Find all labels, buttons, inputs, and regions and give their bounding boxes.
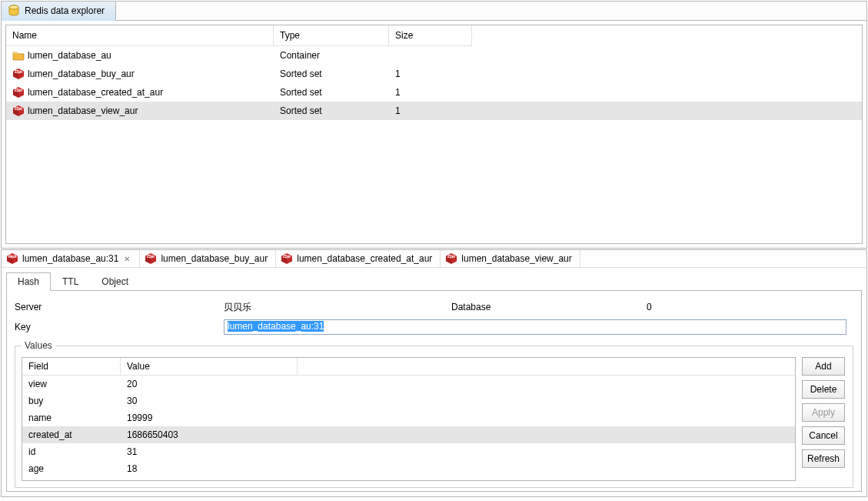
tree-row[interactable]: ZSetlumen_database_buy_aurSorted set1 [6, 65, 862, 83]
values-field: view [22, 377, 121, 391]
values-field: age [22, 462, 121, 476]
svg-text:ZSet: ZSet [15, 70, 22, 74]
col-type[interactable]: Type [274, 25, 389, 46]
tree-row-type: Container [274, 48, 389, 62]
key-tree-header: Name Type Size [6, 25, 862, 46]
values-group: Values Field Value view20buy30name19999c… [15, 340, 853, 488]
values-value: 20 [121, 377, 298, 391]
svg-point-1 [9, 5, 18, 9]
tree-row-size: 1 [389, 104, 472, 118]
zset-icon: ZSet [12, 105, 25, 117]
hash-panel: Server 贝贝乐 Database 0 Key lumen_database… [6, 290, 862, 492]
tree-row-size [389, 54, 472, 57]
key-tree[interactable]: Name Type Size lumen_database_auContaine… [5, 25, 863, 244]
editor-tab-label: lumen_database_view_aur [461, 253, 571, 264]
editor-tab[interactable]: ZSetlumen_database_created_at_aur [276, 250, 441, 267]
values-value: 18 [121, 462, 298, 476]
values-value: 1686650403 [121, 428, 298, 442]
zset-icon: ZSet [12, 68, 25, 80]
values-actions: Add Delete Apply Cancel Refresh [802, 357, 846, 481]
editor-pane: Hashlumen_database_au:31✕ZSetlumen_datab… [1, 249, 867, 497]
cancel-button[interactable]: Cancel [802, 426, 845, 445]
tree-row-size: 1 [389, 67, 472, 81]
subtab-object[interactable]: Object [90, 272, 140, 291]
add-button[interactable]: Add [802, 357, 845, 376]
explorer-tabbar: Redis data explorer [2, 2, 866, 21]
folder-icon [12, 49, 25, 62]
database-label: Database [451, 302, 647, 312]
editor-tab-label: lumen_database_au:31 [22, 253, 118, 264]
server-label: Server [13, 302, 224, 312]
refresh-button[interactable]: Refresh [802, 449, 845, 468]
col-size[interactable]: Size [389, 25, 472, 46]
values-col-field[interactable]: Field [22, 358, 121, 376]
subtab-ttl[interactable]: TTL [51, 272, 90, 291]
tree-row[interactable]: ZSetlumen_database_created_at_aurSorted … [6, 83, 862, 102]
values-field: buy [22, 394, 121, 408]
key-label: Key [13, 322, 224, 332]
key-row: Key lumen_database_au:31 [13, 317, 855, 337]
svg-text:ZSet: ZSet [283, 255, 291, 259]
tab-redis-explorer[interactable]: Redis data explorer [2, 2, 116, 21]
svg-text:ZSet: ZSet [148, 255, 155, 259]
values-col-value[interactable]: Value [121, 358, 298, 376]
zset-icon: ZSet [145, 252, 157, 265]
server-value: 贝贝乐 [224, 301, 451, 314]
subtab-hash[interactable]: Hash [6, 272, 51, 291]
key-input[interactable]: lumen_database_au:31 [224, 319, 846, 335]
values-row[interactable]: view20 [22, 376, 795, 392]
explorer-tab-label: Redis data explorer [25, 5, 105, 16]
tree-row-name: lumen_database_created_at_aur [28, 87, 163, 98]
svg-text:ZSet: ZSet [447, 255, 455, 259]
database-icon [8, 5, 20, 17]
values-field: created_at [22, 428, 121, 442]
editor-tab-label: lumen_database_created_at_aur [297, 253, 432, 264]
hash-icon: Hash [6, 252, 18, 265]
values-row[interactable]: created_at1686650403 [22, 426, 795, 443]
tree-row-size: 1 [389, 85, 472, 99]
delete-button[interactable]: Delete [802, 380, 845, 399]
values-field: name [22, 411, 121, 425]
explorer-pane: Redis data explorer Name Type Size lumen… [1, 1, 867, 249]
values-value: 30 [121, 394, 298, 408]
values-value: 19999 [121, 411, 298, 425]
tree-row[interactable]: ZSetlumen_database_view_aurSorted set1 [6, 102, 862, 120]
tree-row[interactable]: lumen_database_auContainer [6, 46, 862, 65]
tree-row-name: lumen_database_view_aur [28, 105, 138, 116]
apply-button[interactable]: Apply [802, 403, 845, 422]
col-name[interactable]: Name [6, 25, 274, 46]
close-icon[interactable]: ✕ [122, 255, 131, 263]
values-row[interactable]: buy30 [22, 392, 795, 409]
editor-tab[interactable]: Hashlumen_database_au:31✕ [2, 250, 140, 267]
detail-subtabs: Hash TTL Object [6, 272, 862, 291]
server-row: Server 贝贝乐 Database 0 [13, 297, 855, 317]
zset-icon: ZSet [281, 252, 293, 265]
zset-icon: ZSet [12, 86, 25, 99]
tree-row-type: Sorted set [274, 104, 389, 118]
values-row[interactable]: name19999 [22, 409, 795, 426]
svg-text:ZSet: ZSet [15, 89, 22, 92]
values-value: 31 [121, 445, 298, 459]
editor-tab[interactable]: ZSetlumen_database_buy_aur [140, 250, 276, 267]
tree-row-name: lumen_database_au [28, 50, 111, 61]
values-row[interactable]: age18 [22, 460, 795, 477]
values-field: id [22, 445, 121, 459]
tree-row-type: Sorted set [274, 85, 389, 99]
tree-row-type: Sorted set [274, 67, 389, 81]
editor-tabbar: Hashlumen_database_au:31✕ZSetlumen_datab… [2, 250, 866, 268]
database-value: 0 [647, 302, 652, 312]
svg-text:Hash: Hash [8, 255, 16, 259]
values-legend: Values [22, 340, 55, 351]
editor-tab[interactable]: ZSetlumen_database_view_aur [441, 250, 580, 267]
svg-text:ZSet: ZSet [15, 107, 22, 111]
values-row[interactable]: id31 [22, 443, 795, 460]
editor-tab-label: lumen_database_buy_aur [161, 253, 268, 264]
zset-icon: ZSet [445, 252, 457, 265]
values-table[interactable]: Field Value view20buy30name19999created_… [22, 357, 796, 481]
tree-row-name: lumen_database_buy_aur [28, 68, 135, 79]
